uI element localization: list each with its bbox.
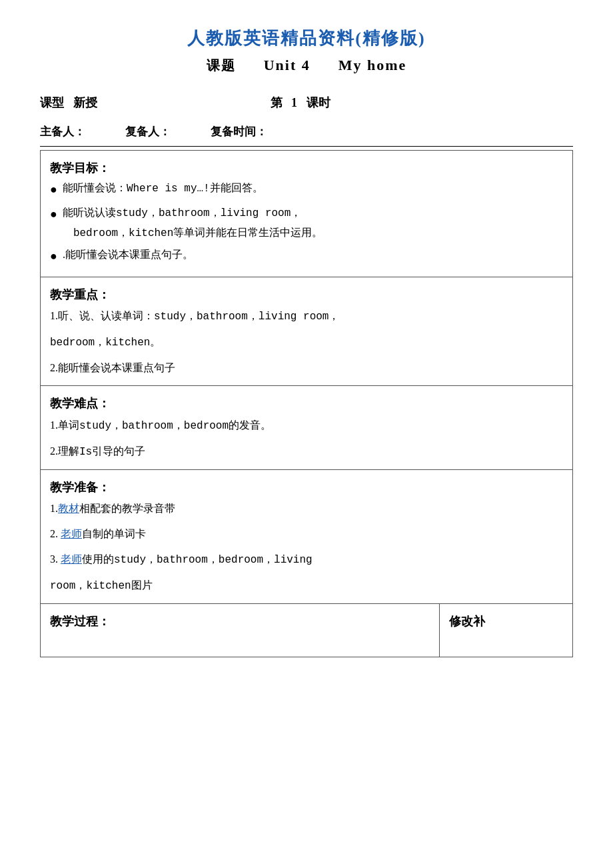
prep-3: 3. 老师使用的study，bathroom，bedroom，living (50, 549, 563, 571)
period-label: 第 (271, 96, 283, 109)
prep-2: 2. 老师自制的单词卡 (50, 523, 563, 545)
unit-number: Unit 4 (264, 57, 310, 73)
period-number: 1 (291, 96, 297, 109)
preparation-row: 教学准备： 1.教材相配套的教学录音带 2. 老师自制的单词卡 3. 老师使用的… (41, 469, 573, 603)
page-header: 人教版英语精品资料(精修版) 课题 Unit 4 My home (40, 27, 573, 75)
objectives-row: 教学目标： ● 能听懂会说：Where is my…!并能回答。 ● 能听说认读… (41, 151, 573, 277)
preparation-content: 1.教材相配套的教学录音带 2. 老师自制的单词卡 3. 老师使用的study，… (50, 498, 563, 597)
key-points-cell: 教学重点： 1.听、说、认读单词：study，bathroom，living r… (41, 277, 573, 385)
unit-name: My home (338, 57, 407, 73)
class-type-label: 课型 (40, 96, 64, 109)
objective-3: .能听懂会说本课重点句子。 (63, 245, 193, 265)
difficulties-content: 1.单词study，bathroom，bedroom的发音。 2.理解Is引导的… (50, 415, 563, 463)
process-title: 教学过程： (50, 611, 430, 632)
meta-row: 课型 新授 第 1 课时 (40, 95, 573, 111)
list-item: ● .能听懂会说本课重点句子。 (50, 245, 563, 267)
key-point-1: 1.听、说、认读单词：study，bathroom，living room， (50, 305, 563, 327)
bullet-icon: ● (50, 245, 57, 267)
key-points-title: 教学重点： (50, 284, 563, 305)
prep-1: 1.教材相配套的教学录音带 (50, 498, 563, 519)
prep-3-cont: room，kitchen图片 (50, 575, 563, 597)
objectives-list: ● 能听懂会说：Where is my…!并能回答。 ● 能听说认读study，… (50, 179, 563, 267)
difficulties-cell: 教学难点： 1.单词study，bathroom，bedroom的发音。 2.理… (41, 386, 573, 469)
process-right-label: 修改补 (449, 611, 563, 632)
key-points-row: 教学重点： 1.听、说、认读单词：study，bathroom，living r… (41, 277, 573, 385)
list-item: ● 能听说认读study，bathroom，living room， bedro… (50, 203, 563, 243)
objective-2: 能听说认读study，bathroom，living room， bedroom… (63, 203, 322, 243)
difficulty-2: 2.理解Is引导的句子 (50, 441, 563, 463)
backup-time: 复备时间： (211, 124, 267, 139)
period-unit: 课时 (306, 96, 330, 109)
preparation-cell: 教学准备： 1.教材相配套的教学录音带 2. 老师自制的单词卡 3. 老师使用的… (41, 469, 573, 603)
info-row: 主备人： 复备人： 复备时间： (40, 124, 573, 147)
backup-preparer: 复备人： (125, 124, 171, 139)
difficulties-row: 教学难点： 1.单词study，bathroom，bedroom的发音。 2.理… (41, 386, 573, 469)
key-point-2: 2.能听懂会说本课重点句子 (50, 357, 563, 379)
difficulties-title: 教学难点： (50, 393, 563, 414)
process-row: 教学过程： 修改补 (41, 603, 573, 657)
subtitle: 课题 Unit 4 My home (40, 57, 573, 75)
bullet-icon: ● (50, 179, 57, 200)
prep-1-link: 教材 (58, 503, 79, 514)
process-cell-left: 教学过程： (41, 603, 440, 657)
objective-1: 能听懂会说：Where is my…!并能回答。 (63, 179, 263, 199)
class-type-value: 新授 (73, 96, 97, 109)
subtitle-label: 课题 (207, 58, 236, 73)
preparation-title: 教学准备： (50, 477, 563, 498)
prep-2-link: 老师 (61, 528, 82, 539)
list-item: ● 能听懂会说：Where is my…!并能回答。 (50, 179, 563, 200)
class-type: 课型 新授 (40, 95, 97, 111)
key-points-content: 1.听、说、认读单词：study，bathroom，living room， b… (50, 305, 563, 379)
objectives-cell: 教学目标： ● 能听懂会说：Where is my…!并能回答。 ● 能听说认读… (41, 151, 573, 277)
prep-3-link: 老师 (61, 553, 82, 565)
bullet-icon: ● (50, 203, 57, 225)
period: 第 1 课时 (271, 95, 330, 111)
objectives-title: 教学目标： (50, 157, 563, 179)
main-title: 人教版英语精品资料(精修版) (40, 27, 573, 50)
process-cell-right: 修改补 (440, 603, 573, 657)
main-preparer: 主备人： (40, 124, 85, 139)
key-point-1-cont: bedroom，kitchen。 (50, 331, 563, 353)
difficulty-1: 1.单词study，bathroom，bedroom的发音。 (50, 415, 563, 437)
content-table: 教学目标： ● 能听懂会说：Where is my…!并能回答。 ● 能听说认读… (40, 150, 573, 657)
